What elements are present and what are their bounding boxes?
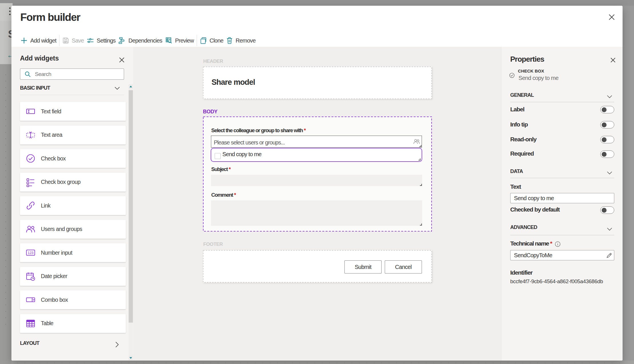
svg-text:123: 123 — [28, 251, 33, 255]
